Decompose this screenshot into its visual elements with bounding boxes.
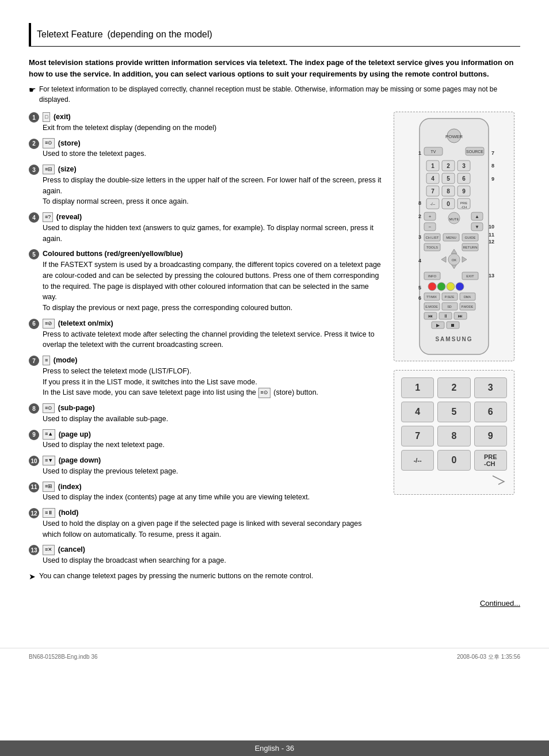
svg-text:11: 11 bbox=[489, 232, 494, 238]
svg-text:▶: ▶ bbox=[436, 323, 440, 328]
item-num-2: 2 bbox=[29, 139, 39, 149]
item-num-9: 9 bbox=[29, 430, 39, 440]
item-icon-12: ≡⏸ bbox=[43, 508, 55, 518]
note-icon: ☛ bbox=[29, 84, 36, 105]
svg-text:INFO: INFO bbox=[428, 274, 437, 278]
item-10: 10 ≡▼ (page down) Used to display the pr… bbox=[29, 455, 382, 477]
svg-text:SD: SD bbox=[447, 305, 452, 308]
title-sub: (depending on the model) bbox=[108, 29, 212, 39]
svg-text:5: 5 bbox=[447, 175, 450, 182]
item-icon-1: □ bbox=[43, 112, 50, 123]
item-label-12: (hold) bbox=[59, 509, 79, 517]
svg-text:TV: TV bbox=[431, 150, 436, 154]
svg-text:TOOLS: TOOLS bbox=[426, 246, 438, 249]
note-text: ☛ For teletext information to be display… bbox=[29, 84, 520, 105]
title-main: Teletext Feature bbox=[37, 29, 103, 39]
svg-text:6: 6 bbox=[462, 175, 466, 182]
remote-svg: POWER TV SOURCE 1 7 1 bbox=[402, 116, 506, 357]
item-desc-6: Press to activate teletext mode after se… bbox=[43, 330, 375, 349]
left-column: 1 □ (exit) Exit from the teletext displa… bbox=[29, 112, 382, 587]
svg-text:4: 4 bbox=[418, 258, 421, 264]
item-icon-2: ≡⊙ bbox=[43, 138, 55, 148]
svg-text:EXIT: EXIT bbox=[466, 274, 474, 278]
item-desc-7: Press to select the teletext mode (LIST/… bbox=[43, 367, 318, 397]
svg-text:4: 4 bbox=[431, 175, 434, 182]
item-num-12: 12 bbox=[29, 508, 39, 518]
numpad-key-1: 1 bbox=[401, 377, 434, 398]
svg-point-78 bbox=[456, 282, 464, 291]
item-num-13: 13 bbox=[29, 545, 39, 555]
svg-text:2: 2 bbox=[418, 213, 421, 219]
svg-text:13: 13 bbox=[489, 273, 494, 278]
svg-text:-CH: -CH bbox=[461, 205, 467, 209]
numpad-key-5: 5 bbox=[437, 402, 470, 422]
numpad-grid: 1 2 3 4 5 6 7 8 9 -/-- 0 PRE-CH bbox=[401, 377, 507, 471]
svg-text:▼: ▼ bbox=[475, 224, 479, 230]
item-desc-8: Used to display the available sub-page. bbox=[43, 415, 168, 423]
item-label-9: (page up) bbox=[59, 430, 91, 438]
item-content-10: ≡▼ (page down) Used to display the previ… bbox=[43, 455, 382, 477]
svg-text:5: 5 bbox=[418, 285, 421, 291]
svg-text:SAMSUNG: SAMSUNG bbox=[435, 336, 472, 342]
svg-text:⏮: ⏮ bbox=[428, 314, 433, 319]
file-info: BN68-01528B-Eng.indb 36 bbox=[29, 654, 98, 660]
item-12: 12 ≡⏸ (hold) Used to hold the display on… bbox=[29, 507, 382, 540]
item-icon-6: ≡⊘ bbox=[43, 319, 55, 329]
item-icon-11: ≡⊞ bbox=[43, 482, 55, 492]
svg-text:0: 0 bbox=[447, 201, 450, 207]
item-desc-3: Press to display the double-size letters… bbox=[43, 176, 382, 206]
svg-text:9: 9 bbox=[462, 188, 466, 194]
continued-text: Continued... bbox=[29, 599, 520, 608]
item-desc-4: Used to display the hidden text (answers… bbox=[43, 224, 373, 243]
item-6: 6 ≡⊘ (teletext on/mix) Press to activate… bbox=[29, 318, 382, 350]
svg-text:TT/MIX: TT/MIX bbox=[426, 295, 437, 299]
item-content-7: ≡ (mode) Press to select the teletext mo… bbox=[43, 355, 382, 398]
item-num-5: 5 bbox=[29, 249, 39, 259]
svg-text:8: 8 bbox=[491, 163, 494, 169]
item-num-8: 8 bbox=[29, 403, 39, 414]
svg-text:12: 12 bbox=[489, 239, 494, 245]
item-desc-12: Used to hold the display on a given page… bbox=[43, 520, 362, 539]
item-label-13: (cancel) bbox=[58, 545, 85, 553]
svg-point-75 bbox=[428, 282, 436, 291]
svg-text:POWER: POWER bbox=[445, 134, 463, 139]
svg-text:7: 7 bbox=[431, 188, 434, 194]
item-num-4: 4 bbox=[29, 212, 39, 223]
svg-text:P.MODE: P.MODE bbox=[462, 305, 474, 308]
svg-text:−: − bbox=[429, 224, 432, 230]
svg-text:1: 1 bbox=[418, 150, 421, 156]
item-8: 8 ≡⊙ (sub-page) Used to display the avai… bbox=[29, 403, 382, 425]
svg-text:⏸: ⏸ bbox=[443, 314, 448, 319]
svg-text:RETURN: RETURN bbox=[463, 246, 478, 249]
page-title: Teletext Feature (depending on the model… bbox=[37, 23, 520, 41]
item-label-7: (mode) bbox=[54, 356, 78, 364]
item-content-12: ≡⏸ (hold) Used to hold the display on a … bbox=[43, 507, 382, 540]
title-section: Teletext Feature (depending on the model… bbox=[29, 23, 520, 47]
svg-text:P.SIZE: P.SIZE bbox=[445, 295, 455, 299]
item-desc-2: Used to store the teletext pages. bbox=[43, 150, 146, 158]
arrow-note-text: You can change teletext pages by pressin… bbox=[39, 571, 313, 582]
item-icon-8: ≡⊙ bbox=[43, 403, 55, 414]
continued-label: Continued... bbox=[480, 599, 520, 608]
item-desc-11: Used to display the index (contents) pag… bbox=[43, 493, 310, 501]
svg-text:⏹: ⏹ bbox=[451, 323, 455, 328]
item-desc-9: Used to display the next teletext page. bbox=[43, 441, 165, 449]
svg-text:2: 2 bbox=[447, 163, 450, 169]
item-icon-9: ≡▲ bbox=[43, 429, 55, 440]
item-num-3: 3 bbox=[29, 165, 39, 175]
footer-bar: English - 36 bbox=[0, 740, 549, 756]
numpad-key-2: 2 bbox=[437, 377, 470, 398]
item-content-3: ≡⊟ (size) Press to display the double-si… bbox=[43, 164, 382, 207]
arrow-note: ➤ You can change teletext pages by press… bbox=[29, 571, 382, 583]
item-label-3: (size) bbox=[58, 165, 77, 173]
item-4: 4 ≡? (reveal) Used to display the hidden… bbox=[29, 212, 382, 244]
item-label-2: (store) bbox=[58, 139, 81, 147]
content-layout: 1 □ (exit) Exit from the teletext displa… bbox=[29, 112, 520, 587]
intro-text: Most television stations provide written… bbox=[29, 57, 520, 79]
svg-text:MUTE: MUTE bbox=[449, 217, 459, 221]
item-icon-13: ≡✕ bbox=[43, 545, 55, 555]
svg-text:+: + bbox=[429, 214, 432, 219]
svg-text:-/--: -/-- bbox=[430, 202, 436, 206]
numpad-key-4: 4 bbox=[401, 402, 434, 422]
item-content-8: ≡⊙ (sub-page) Used to display the availa… bbox=[43, 403, 382, 425]
